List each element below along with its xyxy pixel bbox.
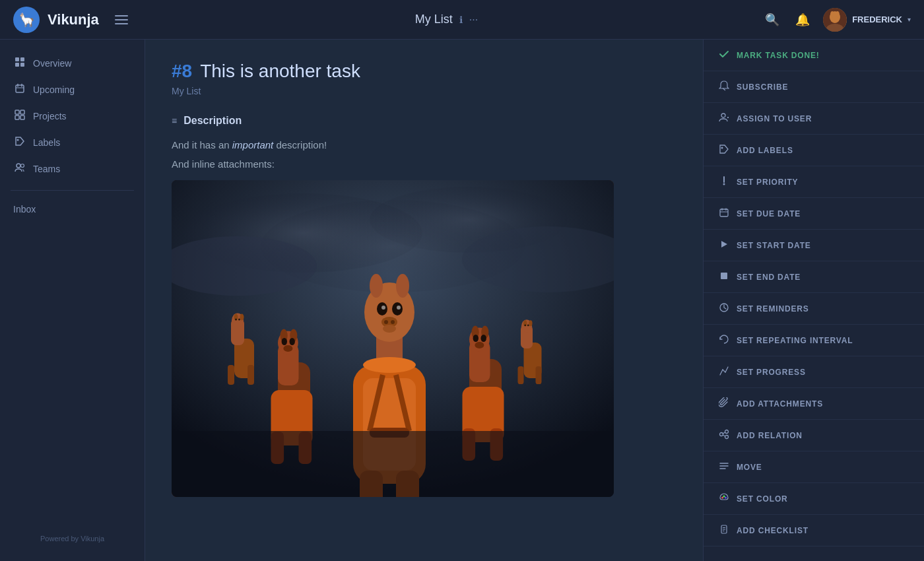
svg-point-55 (381, 306, 385, 310)
action-add-checklist[interactable]: ADD CHECKLIST (704, 515, 924, 546)
assign-user-icon (718, 112, 730, 125)
task-title: This is another task (200, 61, 360, 82)
action-set-end-date[interactable]: SET END DATE (704, 261, 924, 293)
svg-point-33 (235, 319, 237, 321)
sidebar-item-label-teams: Teams (33, 164, 60, 174)
svg-point-63 (363, 357, 416, 373)
search-button[interactable]: 🔍 (762, 10, 782, 30)
svg-point-104 (720, 433, 723, 436)
main-layout: Overview Upcoming Projects Labels Teams … (0, 40, 924, 561)
svg-point-4 (836, 11, 840, 18)
user-name: FREDERICK (852, 15, 902, 24)
action-add-attachments[interactable]: ADD ATTACHMENTS (704, 388, 924, 420)
action-subscribe[interactable]: SUBSCRIBE (704, 71, 924, 103)
sidebar-item-upcoming[interactable]: Upcoming (0, 77, 145, 103)
action-assign-user[interactable]: ASSIGN TO USER (704, 103, 924, 135)
svg-point-82 (481, 335, 486, 342)
svg-rect-29 (248, 365, 254, 385)
sidebar-item-inbox[interactable]: Inbox (0, 199, 145, 220)
svg-rect-16 (20, 116, 24, 119)
action-set-priority[interactable]: SET PRIORITY (704, 166, 924, 198)
action-mark-done[interactable]: MARK TASK DONE! (704, 40, 924, 71)
sidebar-item-projects[interactable]: Projects (0, 103, 145, 129)
more-options-icon[interactable]: ··· (469, 14, 478, 26)
svg-point-93 (723, 183, 725, 185)
set-start-date-icon (718, 239, 730, 251)
action-move[interactable]: MOVE (704, 451, 924, 483)
desc-suffix: description! (273, 139, 327, 150)
overview-icon (13, 57, 26, 70)
svg-point-81 (473, 335, 478, 342)
svg-point-114 (725, 497, 727, 499)
description-section-title: ≡ Description (172, 115, 676, 127)
svg-line-101 (720, 370, 723, 375)
sidebar-item-label-overview: Overview (33, 58, 71, 69)
action-set-progress[interactable]: SET PROGRESS (704, 356, 924, 388)
notifications-button[interactable]: 🔔 (793, 10, 812, 30)
labels-icon (13, 136, 26, 149)
set-priority-icon (718, 176, 730, 188)
user-menu[interactable]: FREDERICK ▾ (823, 8, 911, 32)
upcoming-icon (13, 83, 26, 96)
action-set-repeating[interactable]: SET REPEATING INTERVAL (704, 325, 924, 356)
set-repeating-label: SET REPEATING INTERVAL (737, 336, 853, 345)
task-main: #8 This is another task My List ≡ Descri… (145, 40, 703, 561)
svg-point-43 (527, 325, 529, 327)
svg-point-17 (17, 139, 19, 141)
svg-rect-8 (20, 63, 24, 67)
action-add-labels[interactable]: ADD LABELS (704, 135, 924, 166)
sidebar-item-overview[interactable]: Overview (0, 50, 145, 77)
set-repeating-icon (718, 334, 730, 346)
svg-rect-94 (720, 209, 728, 216)
action-set-reminders[interactable]: SET REMINDERS (704, 293, 924, 325)
sidebar: Overview Upcoming Projects Labels Teams … (0, 40, 145, 561)
set-due-date-icon (718, 207, 730, 220)
set-progress-label: SET PROGRESS (737, 368, 806, 377)
set-color-label: SET COLOR (737, 494, 788, 504)
svg-rect-9 (16, 85, 24, 92)
sidebar-item-teams[interactable]: Teams (0, 156, 145, 182)
add-checklist-label: ADD CHECKLIST (737, 526, 808, 535)
svg-point-42 (524, 325, 526, 327)
svg-point-105 (725, 430, 729, 434)
svg-line-102 (723, 370, 725, 372)
svg-rect-7 (15, 63, 19, 67)
svg-point-52 (396, 274, 409, 298)
description-icon: ≡ (172, 116, 177, 126)
action-set-color[interactable]: SET COLOR (704, 483, 924, 515)
chevron-down-icon: ▾ (908, 16, 911, 23)
task-list-label: My List (172, 86, 676, 96)
set-due-date-label: SET DUE DATE (737, 209, 801, 218)
svg-point-32 (240, 314, 244, 321)
svg-point-83 (475, 342, 484, 348)
sidebar-item-labels[interactable]: Labels (0, 129, 145, 156)
svg-rect-13 (15, 110, 19, 114)
set-start-date-label: SET START DATE (737, 241, 811, 250)
mark-done-icon (718, 49, 730, 61)
info-icon[interactable]: ℹ (459, 15, 463, 25)
svg-point-91 (721, 147, 723, 149)
move-icon (718, 461, 730, 473)
add-labels-label: ADD LABELS (737, 146, 793, 155)
set-reminders-icon (718, 302, 730, 315)
add-relation-icon (718, 429, 730, 442)
action-set-start-date[interactable]: SET START DATE (704, 230, 924, 261)
set-end-date-label: SET END DATE (737, 273, 801, 282)
action-set-due-date[interactable]: SET DUE DATE (704, 198, 924, 230)
svg-rect-38 (536, 366, 542, 384)
sidebar-item-label-projects: Projects (33, 111, 67, 121)
content-area: #8 This is another task My List ≡ Descri… (145, 40, 924, 561)
task-description-line1: And it has an important description! (172, 137, 676, 153)
action-add-relation[interactable]: ADD RELATION (704, 420, 924, 451)
svg-rect-28 (228, 365, 234, 385)
svg-rect-86 (172, 431, 614, 497)
svg-point-18 (16, 164, 20, 168)
menu-button[interactable] (112, 13, 131, 27)
set-reminders-label: SET REMINDERS (737, 304, 809, 314)
svg-point-112 (721, 497, 723, 499)
svg-line-108 (723, 435, 725, 436)
svg-rect-37 (518, 366, 524, 384)
task-image (172, 180, 614, 497)
sidebar-item-label-labels: Labels (33, 137, 60, 148)
teams-icon (13, 162, 26, 176)
